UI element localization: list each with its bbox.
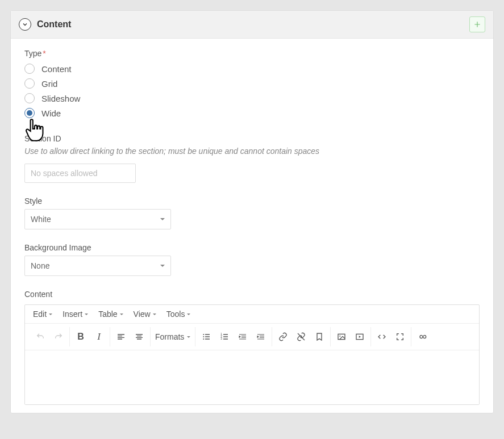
bullet-list-button[interactable] bbox=[200, 331, 213, 343]
chevron-down-icon bbox=[160, 265, 165, 267]
style-value: White bbox=[31, 215, 51, 224]
svg-point-1 bbox=[203, 336, 205, 337]
link-button[interactable] bbox=[277, 331, 289, 343]
section-id-label: Section ID bbox=[24, 134, 480, 143]
align-left-icon bbox=[116, 332, 126, 341]
rich-text-editor: Edit Insert Table View Tools B I bbox=[24, 304, 480, 405]
style-label: Style bbox=[24, 196, 480, 206]
bookmark-button[interactable] bbox=[313, 331, 326, 343]
menu-insert[interactable]: Insert bbox=[63, 310, 88, 319]
radio-icon bbox=[24, 64, 35, 74]
chevron-down-icon bbox=[187, 313, 190, 315]
code-icon bbox=[377, 332, 386, 341]
content-panel: Content Type* Content Grid S bbox=[10, 10, 494, 413]
bold-button[interactable]: B bbox=[74, 331, 87, 343]
background-image-value: None bbox=[31, 261, 49, 270]
align-center-button[interactable] bbox=[133, 331, 145, 343]
media-icon bbox=[355, 332, 364, 341]
collapse-toggle[interactable] bbox=[19, 18, 31, 31]
type-option-wide[interactable]: Wide bbox=[24, 106, 480, 120]
content-label: Content bbox=[24, 290, 480, 299]
radio-label: Wide bbox=[41, 108, 61, 118]
panel-title: Content bbox=[37, 19, 464, 30]
outdent-icon bbox=[238, 332, 247, 341]
svg-point-2 bbox=[203, 338, 205, 340]
source-code-button[interactable] bbox=[376, 331, 388, 343]
radio-icon bbox=[24, 78, 35, 89]
menu-label: Edit bbox=[33, 310, 47, 319]
type-label-text: Type bbox=[24, 49, 41, 58]
unlink-button[interactable] bbox=[295, 331, 307, 343]
chevron-down-icon bbox=[153, 313, 156, 315]
outdent-button[interactable] bbox=[236, 331, 249, 343]
plus-icon bbox=[473, 20, 481, 28]
italic-button[interactable]: I bbox=[93, 331, 105, 343]
chevron-down-icon bbox=[49, 313, 52, 315]
section-id-hint: Use to allow direct linking to the secti… bbox=[24, 147, 480, 156]
unlink-icon bbox=[297, 332, 306, 341]
align-left-button[interactable] bbox=[115, 331, 127, 343]
required-mark: * bbox=[43, 49, 45, 58]
radio-label: Grid bbox=[41, 79, 57, 89]
menu-edit[interactable]: Edit bbox=[33, 310, 52, 319]
redo-icon bbox=[54, 332, 63, 341]
formats-dropdown[interactable]: Formats bbox=[155, 332, 190, 341]
redo-button[interactable] bbox=[52, 331, 65, 343]
menu-view[interactable]: View bbox=[134, 310, 156, 319]
numbered-list-icon: 123 bbox=[220, 332, 229, 341]
svg-text:3: 3 bbox=[221, 337, 223, 340]
style-section: Style White bbox=[24, 196, 480, 229]
radio-icon bbox=[24, 93, 35, 103]
radio-label: Content bbox=[41, 64, 72, 74]
chevron-down-icon bbox=[120, 313, 123, 315]
align-center-icon bbox=[135, 332, 144, 341]
type-section: Type* Content Grid Slideshow Wide bbox=[24, 49, 480, 120]
menu-table[interactable]: Table bbox=[98, 310, 123, 319]
menu-tools[interactable]: Tools bbox=[166, 310, 191, 319]
infinity-icon bbox=[418, 332, 427, 341]
fullscreen-icon bbox=[395, 332, 405, 341]
image-icon bbox=[337, 332, 346, 341]
menu-label: Insert bbox=[63, 310, 82, 319]
radio-label: Slideshow bbox=[41, 94, 80, 103]
bookmark-icon bbox=[315, 332, 324, 341]
link-icon bbox=[278, 332, 288, 341]
type-option-slideshow[interactable]: Slideshow bbox=[24, 91, 480, 106]
indent-button[interactable] bbox=[255, 331, 267, 343]
section-id-input[interactable] bbox=[24, 164, 136, 183]
add-section-button[interactable] bbox=[469, 16, 485, 32]
menu-label: View bbox=[134, 310, 151, 319]
editor-menubar: Edit Insert Table View Tools bbox=[25, 305, 479, 324]
background-image-label: Background Image bbox=[24, 243, 480, 252]
fullscreen-button[interactable] bbox=[394, 331, 406, 343]
bullet-list-icon bbox=[202, 332, 211, 341]
menu-label: Tools bbox=[166, 310, 185, 319]
svg-rect-6 bbox=[338, 334, 345, 339]
background-image-select[interactable]: None bbox=[24, 256, 171, 276]
undo-button[interactable] bbox=[34, 331, 47, 343]
infinity-button[interactable] bbox=[416, 331, 428, 343]
media-button[interactable] bbox=[353, 331, 366, 343]
editor-textarea[interactable] bbox=[25, 350, 479, 404]
radio-icon bbox=[24, 108, 35, 118]
editor-toolbar: B I Formats 123 bbox=[25, 324, 479, 350]
image-button[interactable] bbox=[335, 331, 348, 343]
indent-icon bbox=[256, 332, 265, 341]
content-editor-section: Content Edit Insert Table View Tools B bbox=[24, 290, 480, 405]
type-option-content[interactable]: Content bbox=[24, 61, 480, 76]
chevron-down-icon bbox=[22, 21, 28, 28]
menu-label: Table bbox=[98, 310, 117, 319]
svg-point-0 bbox=[203, 334, 205, 335]
numbered-list-button[interactable]: 123 bbox=[218, 331, 231, 343]
type-label: Type* bbox=[24, 49, 480, 58]
chevron-down-icon bbox=[160, 218, 165, 220]
background-image-section: Background Image None bbox=[24, 243, 480, 276]
undo-icon bbox=[36, 332, 45, 341]
svg-point-7 bbox=[340, 336, 341, 337]
panel-header: Content bbox=[11, 11, 493, 39]
type-radio-group: Content Grid Slideshow Wide bbox=[24, 61, 480, 120]
type-option-grid[interactable]: Grid bbox=[24, 76, 480, 91]
style-select[interactable]: White bbox=[24, 209, 171, 229]
chevron-down-icon bbox=[85, 313, 88, 315]
formats-label: Formats bbox=[155, 332, 184, 341]
